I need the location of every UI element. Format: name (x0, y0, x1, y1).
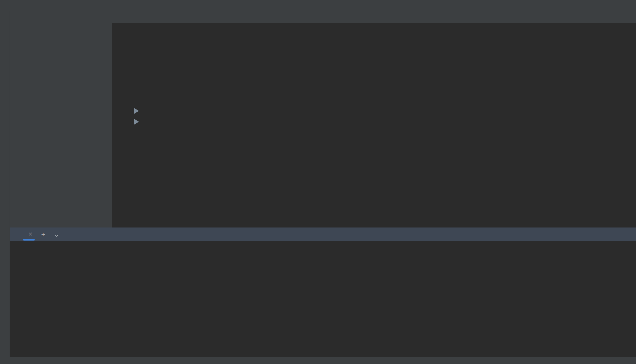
tool-window-stripe (0, 11, 10, 357)
hard-wrap-guide (621, 23, 621, 228)
terminal-header: ✕ + ⌄ (10, 228, 636, 241)
terminal-output[interactable] (10, 241, 636, 357)
gutter-separator (138, 23, 138, 228)
chevron-down-icon[interactable]: ⌄ (54, 230, 59, 238)
main-toolbar (0, 0, 636, 11)
gutter-arrow-icon (134, 119, 139, 125)
project-panel-header (10, 11, 112, 25)
terminal-tab-local[interactable]: ✕ (25, 228, 33, 241)
active-tab-underline (23, 239, 35, 240)
project-tool-window (10, 11, 112, 228)
code-editor[interactable] (112, 23, 636, 228)
new-terminal-session-button[interactable]: + (41, 230, 45, 238)
project-tree[interactable] (10, 25, 112, 228)
tool-window-bar (0, 357, 636, 364)
editor-tab-bar (112, 11, 636, 23)
close-icon[interactable]: ✕ (28, 231, 33, 238)
gutter-arrow-icon (134, 108, 139, 114)
